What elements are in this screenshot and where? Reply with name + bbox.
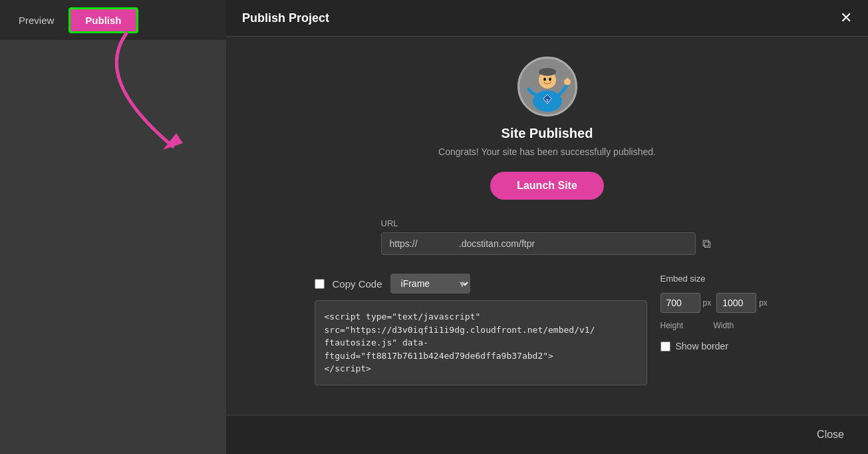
url-label: URL	[381, 218, 714, 228]
svg-point-6	[549, 78, 551, 81]
url-input[interactable]	[381, 232, 696, 255]
svg-marker-0	[163, 133, 183, 150]
embed-right: Embed size px px Height Width	[660, 274, 780, 351]
svg-rect-8	[566, 78, 569, 83]
width-px-label: px	[759, 298, 768, 308]
copy-code-checkbox[interactable]	[315, 279, 325, 289]
show-border-label: Show border	[676, 341, 728, 351]
url-input-row: ⧉	[381, 232, 714, 255]
site-published-title: Site Published	[502, 126, 593, 141]
copy-code-row: Copy Code iFrame Script ▾	[315, 274, 647, 294]
show-border-row: Show border	[660, 341, 780, 351]
height-dimension-label: Height	[660, 321, 708, 330]
copy-code-label: Copy Code	[333, 278, 382, 290]
modal-title: Publish Project	[242, 11, 329, 25]
publish-button[interactable]: Publish	[69, 7, 138, 33]
launch-site-button[interactable]: Launch Site	[490, 172, 604, 200]
close-button[interactable]: Close	[809, 425, 852, 445]
svg-point-5	[543, 78, 546, 81]
top-bar: Preview Publish	[0, 0, 226, 40]
size-inputs-row: px px	[660, 293, 780, 313]
modal-footer: Close	[226, 415, 868, 454]
embed-type-select[interactable]: iFrame Script	[390, 274, 470, 294]
congrats-text: Congrats! Your site has been successfull…	[438, 146, 656, 157]
preview-button[interactable]: Preview	[11, 11, 62, 30]
embed-size-label: Embed size	[660, 274, 780, 284]
copy-url-button[interactable]: ⧉	[700, 234, 714, 254]
width-dimension-label: Width	[714, 321, 762, 330]
code-block: <script type="text/javascript" src="http…	[315, 300, 647, 385]
modal-close-x-button[interactable]: ✕	[840, 11, 852, 25]
url-section: URL ⧉	[381, 218, 714, 255]
show-border-checkbox[interactable]	[660, 341, 670, 351]
width-input-group: px	[716, 293, 768, 313]
svg-point-4	[539, 68, 556, 76]
width-input[interactable]	[716, 293, 756, 313]
embed-section: Copy Code iFrame Script ▾ <script type="…	[315, 274, 780, 385]
modal-body: S Site Published Congrats! You	[226, 37, 868, 415]
size-names-row: Height Width	[660, 321, 780, 330]
height-input-group: px	[660, 293, 712, 313]
avatar: S	[517, 57, 577, 116]
arrow-annotation	[40, 27, 246, 160]
height-px-label: px	[703, 298, 712, 308]
height-input[interactable]	[660, 293, 700, 313]
modal-header: Publish Project ✕	[226, 0, 868, 37]
publish-modal: Publish Project ✕ S	[226, 0, 868, 454]
embed-left: Copy Code iFrame Script ▾ <script type="…	[315, 274, 647, 385]
